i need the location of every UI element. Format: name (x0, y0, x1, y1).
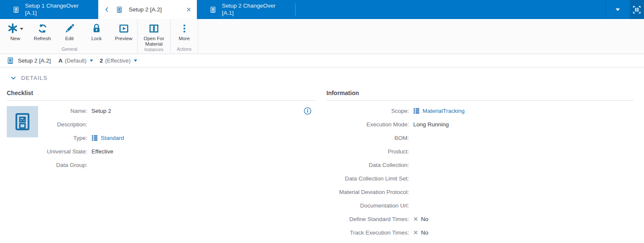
field-row-description: Description: (7, 117, 316, 131)
checklist-icon (13, 6, 19, 13)
toolbar-group-actions: More Actions (171, 19, 198, 54)
barcode-icon (632, 5, 641, 14)
section-title: Information (326, 90, 634, 100)
field-row-data-group: Data Group: (7, 158, 316, 172)
field-row-universal-state: Universal State: Effective (7, 145, 316, 158)
divider (326, 100, 634, 101)
group-label-general: General (2, 46, 137, 54)
scope-link[interactable]: MaterialTracking (423, 108, 464, 114)
refresh-icon (37, 22, 48, 34)
tab-setup1-changeover[interactable]: Setup 1 ChangeOver [A.1] (0, 0, 98, 19)
checklist-icon (210, 6, 216, 13)
play-preview-icon (119, 22, 129, 34)
field-row-data-collection-limit-set: Data Collection Limit Set: (326, 172, 634, 185)
field-row-execution-mode: Execution Mode: Long Running (326, 117, 634, 131)
list-icon (91, 135, 98, 141)
section-title: Checklist (7, 90, 316, 100)
info-icon[interactable] (304, 107, 312, 117)
chevron-down-icon (134, 60, 137, 62)
group-label-instances: Instances (138, 47, 170, 54)
open-for-material-icon (149, 22, 159, 34)
back-icon[interactable] (104, 6, 110, 13)
tab-setup2-changeover[interactable]: Setup 2 ChangeOver [A.1] (197, 0, 295, 19)
edit-button[interactable]: Edit (56, 19, 83, 41)
field-row-name: Name: Setup 2 (7, 104, 316, 117)
tab-label: Setup 2 [A.2] (129, 6, 162, 13)
asterisk-icon (7, 22, 23, 34)
tabbar-right-controls (605, 0, 644, 19)
details-section-toggle[interactable]: DETAILS (10, 75, 47, 81)
checklist-icon (7, 57, 14, 64)
divider (605, 0, 606, 19)
field-row-product: Product: (326, 145, 634, 158)
divider (7, 100, 316, 101)
version-selector[interactable]: A (Default) (58, 57, 93, 64)
barcode-scanner-button[interactable] (630, 0, 644, 19)
checklist-icon (116, 6, 123, 13)
field-row-documentation-url: Documentation Url: (326, 199, 634, 212)
new-button[interactable]: New (2, 19, 29, 41)
tab-setup2-active[interactable]: Setup 2 [A.2] ✕ (98, 0, 197, 19)
open-for-material-button[interactable]: Open For Material (138, 19, 170, 47)
field-row-scope: Scope: MaterialTracking (326, 104, 634, 117)
type-link[interactable]: Standard (101, 135, 124, 141)
page-title: Setup 2 [A.2] (18, 57, 51, 64)
breadcrumb: Setup 2 [A.2] A (Default) 2 (Effective) (0, 54, 644, 68)
chevron-down-icon (90, 60, 93, 62)
ribbon-toolbar: New Refresh (0, 19, 644, 54)
more-vertical-dots-icon (180, 22, 189, 34)
list-icon (413, 108, 420, 114)
lock-button[interactable]: Lock (83, 19, 110, 41)
field-row-material-deviation-protocol: Material Deviation Protocol: (326, 185, 634, 199)
field-row-track-execution-times: Track Execution Times: ✕ No (326, 226, 634, 239)
checklist-avatar (7, 106, 38, 137)
chevron-down-icon (10, 75, 17, 81)
details-header-label: DETAILS (21, 75, 47, 81)
tabs-overflow-caret-icon[interactable] (616, 8, 620, 11)
lock-icon (91, 22, 102, 34)
toolbar-group-general: New Refresh (2, 19, 138, 54)
new-dropdown-caret-icon[interactable] (20, 28, 23, 30)
close-icon[interactable]: ✕ (186, 6, 191, 13)
refresh-button[interactable]: Refresh (29, 19, 56, 41)
tab-label: Setup 1 ChangeOver [A.1] (25, 3, 79, 16)
details-content: Checklist Name: Setup 2 (0, 81, 644, 239)
tab-label: Setup 2 ChangeOver [A.1] (222, 3, 276, 16)
preview-button[interactable]: Preview (110, 19, 137, 41)
field-row-type: Type: Standard (7, 131, 316, 145)
more-button[interactable]: More (171, 19, 198, 41)
revision-selector[interactable]: 2 (Effective) (100, 57, 137, 64)
field-row-define-standard-times: Define Standard Times: ✕ No (326, 212, 634, 226)
checklist-icon (13, 112, 32, 131)
x-icon: ✕ (413, 216, 418, 222)
pencil-icon (64, 22, 75, 34)
information-panel: Information Scope: MaterialTracking (326, 90, 634, 239)
field-row-data-collection: Data Collection: (326, 158, 634, 172)
field-row-bom: BOM: (326, 131, 634, 145)
tab-bar: Setup 1 ChangeOver [A.1] Setup 2 [A.2] ✕ (0, 0, 644, 19)
group-label-actions: Actions (171, 46, 198, 54)
tab-divider (295, 3, 296, 16)
toolbar-group-instances: Open For Material Instances (138, 19, 171, 54)
x-icon: ✕ (413, 229, 418, 236)
checklist-panel: Checklist Name: Setup 2 (7, 90, 316, 239)
